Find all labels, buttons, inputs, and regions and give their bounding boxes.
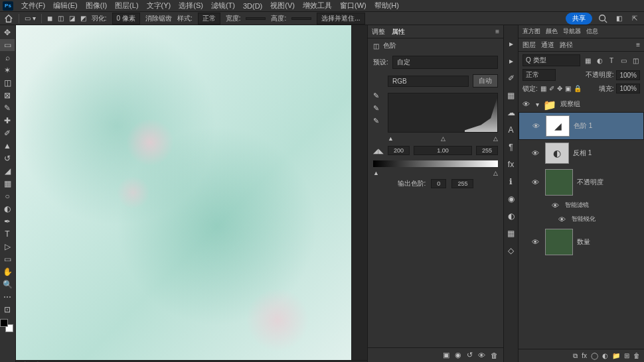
auto-button[interactable]: 自动 bbox=[473, 74, 498, 88]
panel-menu-icon[interactable]: ≡ bbox=[495, 28, 499, 35]
group-icon[interactable]: 📁 bbox=[612, 352, 620, 359]
output-white[interactable]: 255 bbox=[451, 179, 473, 188]
filter-smart-icon[interactable]: ◫ bbox=[631, 56, 640, 65]
libraries-panel-icon[interactable]: ☁ bbox=[506, 107, 517, 118]
gradients-panel-icon[interactable]: ◐ bbox=[506, 211, 517, 221]
mask-icon[interactable]: ◯ bbox=[591, 352, 598, 359]
color-panel-icon[interactable]: ◉ bbox=[506, 194, 517, 204]
path-tool[interactable]: ▷ bbox=[0, 241, 15, 253]
output-gradient[interactable] bbox=[373, 160, 498, 167]
visibility-icon[interactable]: 👁 bbox=[552, 202, 561, 210]
opacity-input[interactable]: 100% bbox=[616, 70, 640, 80]
visibility-icon[interactable]: 👁 bbox=[532, 149, 541, 157]
smart-filters[interactable]: 👁 智能滤镜 bbox=[519, 198, 644, 212]
share-button[interactable]: 共享 bbox=[566, 13, 592, 25]
layer-kind-select[interactable]: Q 类型 bbox=[523, 54, 580, 66]
input-mid[interactable]: 1.00 bbox=[414, 146, 472, 155]
bool-new-icon[interactable]: ◼ bbox=[47, 15, 52, 22]
layer-group[interactable]: 👁 ▾ 📁 观察组 bbox=[519, 96, 644, 112]
paragraph-panel-icon[interactable]: ¶ bbox=[506, 142, 517, 152]
layer-opacity-img[interactable]: 👁 不透明度 bbox=[519, 166, 644, 198]
image-thumb[interactable] bbox=[545, 169, 573, 196]
menu-3d[interactable]: 3D(D) bbox=[239, 2, 266, 10]
tab-properties[interactable]: 属性 bbox=[392, 27, 405, 36]
tab-histogram[interactable]: 直方图 bbox=[523, 27, 540, 36]
more-tools[interactable]: ⋯ bbox=[0, 291, 15, 303]
fg-color[interactable] bbox=[0, 319, 8, 327]
color-swatches[interactable] bbox=[0, 319, 13, 332]
chevron-down-icon[interactable]: ▾ bbox=[536, 101, 539, 108]
search-icon[interactable] bbox=[598, 13, 608, 24]
feather-input[interactable]: 0 像素 bbox=[112, 13, 140, 25]
visibility-icon[interactable]: 👁 bbox=[532, 122, 542, 130]
out-black-slider-icon[interactable]: ▲ bbox=[373, 170, 379, 176]
menu-file[interactable]: 文件(F) bbox=[17, 1, 49, 11]
lasso-tool[interactable]: ⌕ bbox=[0, 52, 15, 64]
tab-paths[interactable]: 路径 bbox=[560, 40, 573, 50]
out-white-slider-icon[interactable]: △ bbox=[493, 170, 498, 176]
menu-view[interactable]: 视图(V) bbox=[266, 1, 299, 11]
crop-tool[interactable]: ◫ bbox=[0, 77, 15, 89]
shape-tool[interactable]: ▭ bbox=[0, 253, 15, 265]
delete-layer-icon[interactable]: 🗑 bbox=[633, 352, 640, 359]
layer-name[interactable]: 数量 bbox=[577, 237, 590, 247]
tab-info[interactable]: 信息 bbox=[586, 27, 598, 36]
input-black[interactable]: 200 bbox=[388, 146, 410, 155]
frame-tool[interactable]: ⊠ bbox=[0, 90, 15, 101]
marquee-tool[interactable]: ▭ bbox=[0, 39, 15, 51]
home-icon[interactable] bbox=[4, 14, 13, 23]
zoom-tool[interactable]: 🔍 bbox=[0, 278, 15, 290]
bool-int-icon[interactable]: ◩ bbox=[80, 15, 86, 22]
layer-name[interactable]: 观察组 bbox=[560, 99, 580, 109]
layer-levels[interactable]: 👁 ◢ 色阶 1 bbox=[519, 112, 644, 140]
layer-amount[interactable]: 👁 数量 bbox=[519, 226, 644, 258]
move-tool[interactable]: ✥ bbox=[0, 27, 15, 38]
menu-layer[interactable]: 图层(L) bbox=[111, 1, 142, 11]
stamp-tool[interactable]: ▲ bbox=[0, 140, 15, 152]
eraser-tool[interactable]: ◢ bbox=[0, 165, 15, 177]
patterns-panel-icon[interactable]: ▦ bbox=[506, 228, 517, 239]
new-layer-icon[interactable]: ⊞ bbox=[624, 352, 629, 359]
menu-image[interactable]: 图像(I) bbox=[82, 1, 111, 11]
shapes-panel-icon[interactable]: ◇ bbox=[506, 245, 517, 256]
tab-navigator[interactable]: 导航器 bbox=[563, 27, 581, 36]
blur-tool[interactable]: ○ bbox=[0, 190, 15, 202]
view-previous-icon[interactable]: ◉ bbox=[455, 351, 461, 359]
input-white[interactable]: 255 bbox=[476, 146, 498, 155]
black-eyedropper-icon[interactable]: ✎ bbox=[373, 91, 379, 100]
layer-name[interactable]: 不透明度 bbox=[577, 178, 604, 187]
brush-tool[interactable]: ✐ bbox=[0, 127, 15, 139]
adjustment-icon[interactable]: ◐ bbox=[602, 352, 608, 359]
gray-eyedropper-icon[interactable]: ✎ bbox=[373, 104, 379, 113]
gradient-tool[interactable]: ▦ bbox=[0, 178, 15, 190]
visibility-icon[interactable]: 👁 bbox=[532, 238, 541, 246]
tab-channels[interactable]: 通道 bbox=[541, 40, 554, 50]
filter-adjust-icon[interactable]: ◐ bbox=[595, 56, 604, 65]
bool-sub-icon[interactable]: ◪ bbox=[69, 15, 75, 22]
layers-menu-icon[interactable]: ≡ bbox=[636, 41, 640, 48]
visibility-icon[interactable]: 👁 bbox=[558, 215, 568, 223]
layer-name[interactable]: 反相 1 bbox=[573, 149, 592, 158]
menu-plugins[interactable]: 增效工具 bbox=[299, 1, 336, 11]
styles-panel-icon[interactable]: fx bbox=[506, 159, 517, 170]
heal-tool[interactable]: ✚ bbox=[0, 115, 15, 127]
layer-name[interactable]: 色阶 1 bbox=[574, 121, 592, 131]
wand-tool[interactable]: ✶ bbox=[0, 64, 15, 76]
lock-all-icon[interactable]: 🔒 bbox=[574, 85, 582, 92]
dodge-tool[interactable]: ◐ bbox=[0, 203, 15, 215]
white-slider-icon[interactable]: △ bbox=[493, 135, 498, 142]
lock-image-icon[interactable]: ✐ bbox=[549, 85, 554, 92]
reset-icon[interactable]: ↺ bbox=[467, 351, 473, 359]
black-slider-icon[interactable]: ▲ bbox=[388, 135, 394, 142]
filter-type-icon[interactable]: T bbox=[607, 56, 616, 65]
refine-button[interactable]: 选择并遮住... bbox=[317, 13, 364, 25]
edit-toolbar[interactable]: ⊡ bbox=[0, 304, 15, 316]
tab-color[interactable]: 颜色 bbox=[546, 27, 558, 36]
tab-layers[interactable]: 图层 bbox=[523, 40, 536, 50]
tab-adjustments[interactable]: 调整 bbox=[372, 27, 385, 36]
export-icon[interactable]: ⇱ bbox=[629, 13, 640, 24]
adjustment-thumb[interactable]: ◐ bbox=[545, 143, 569, 164]
brushes-panel-icon[interactable]: ✐ bbox=[506, 73, 517, 84]
visibility-icon[interactable]: 👁 bbox=[523, 100, 532, 108]
character-panel-icon[interactable]: A bbox=[506, 125, 517, 135]
